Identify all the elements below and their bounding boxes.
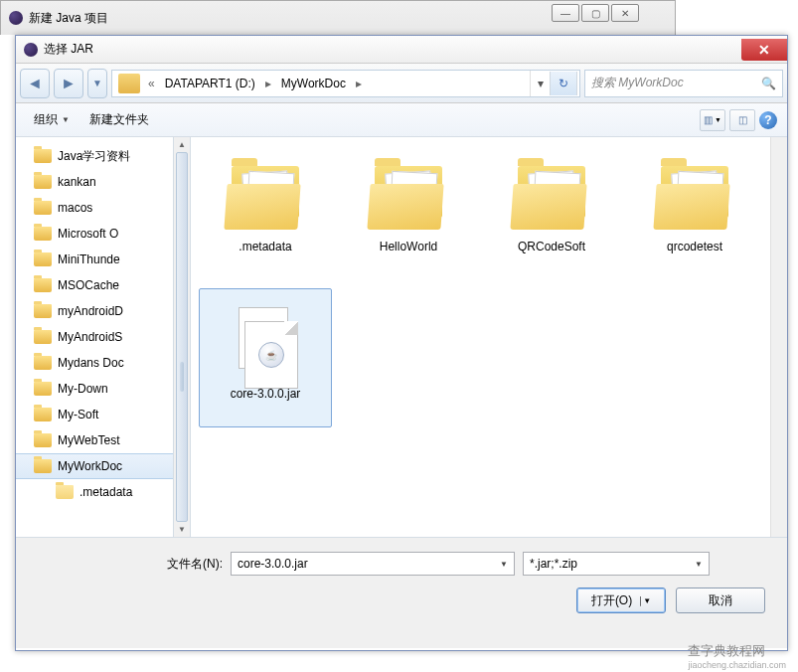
close-button[interactable]: ✕ xyxy=(741,39,787,61)
tree-item[interactable]: Java学习资料 xyxy=(16,143,190,169)
tree-item-label: My-Down xyxy=(58,382,108,396)
split-caret-icon: │▼ xyxy=(638,596,651,605)
folder-item[interactable]: qrcodetest xyxy=(628,149,761,288)
tree-item[interactable]: myAndroidD xyxy=(16,298,190,324)
tree-item[interactable]: MyAndroidS xyxy=(16,324,190,350)
chevron-right-icon: ▸ xyxy=(261,77,275,90)
cancel-label: 取消 xyxy=(709,592,732,609)
tree-item-label: .metadata xyxy=(80,485,132,499)
folder-icon xyxy=(34,356,52,370)
view-icon: ▥ xyxy=(704,114,713,125)
close-icon: ✕ xyxy=(758,43,770,57)
item-label: QRCodeSoft xyxy=(514,238,589,255)
navigation-bar: ◄ ► ▼ « DATAPART1 (D:) ▸ MyWorkDoc ▸ ▾ ↻… xyxy=(16,64,787,103)
folder-icon xyxy=(34,304,52,318)
chevron-right-icon: « xyxy=(144,77,159,90)
search-icon: 🔍 xyxy=(761,77,776,90)
tree-item[interactable]: My-Soft xyxy=(16,402,190,427)
search-placeholder: 搜索 MyWorkDoc xyxy=(591,75,684,91)
item-label: HelloWorld xyxy=(376,238,441,255)
preview-pane-button[interactable]: ◫ xyxy=(729,109,755,131)
help-button[interactable]: ? xyxy=(759,111,777,129)
eclipse-icon xyxy=(9,11,23,25)
history-dropdown[interactable]: ▼ xyxy=(87,69,107,98)
scrollbar[interactable]: ▲▼ xyxy=(173,137,190,537)
tree-item[interactable]: kankan xyxy=(16,169,190,195)
folder-icon xyxy=(34,227,52,241)
scrollbar[interactable] xyxy=(770,137,787,537)
tree-item[interactable]: MyWorkDoc xyxy=(16,453,190,479)
tree-item[interactable]: Mydans Doc xyxy=(16,350,190,376)
drive-icon xyxy=(118,74,140,93)
folder-icon xyxy=(34,252,52,266)
cancel-button[interactable]: 取消 xyxy=(676,588,765,613)
search-input[interactable]: 搜索 MyWorkDoc 🔍 xyxy=(584,70,783,97)
tree-item[interactable]: .metadata xyxy=(16,479,190,505)
open-button[interactable]: 打开(O) │▼ xyxy=(576,588,666,613)
dialog-bottom: 文件名(N): core-3.0.0.jar ▼ *.jar;*.zip ▼ 打… xyxy=(16,537,787,648)
breadcrumb-folder[interactable]: MyWorkDoc xyxy=(275,77,352,90)
parent-window-title: 新建 Java 项目 xyxy=(29,10,108,27)
folder-icon xyxy=(34,408,52,421)
eclipse-icon xyxy=(24,43,38,57)
organize-menu[interactable]: 组织 ▼ xyxy=(26,107,78,132)
view-options-button[interactable]: ▥ ▼ xyxy=(700,109,725,131)
tree-item-label: MSOCache xyxy=(58,278,119,292)
tree-item[interactable]: macos xyxy=(16,195,190,221)
folder-icon xyxy=(34,149,52,163)
chevron-down-icon: ▼ xyxy=(500,560,508,569)
path-dropdown[interactable]: ▾ xyxy=(530,71,550,96)
tree-item[interactable]: MiniThunde xyxy=(16,247,190,272)
tree-item[interactable]: My-Down xyxy=(16,376,190,402)
file-grid[interactable]: .metadataHelloWorldQRCodeSoftqrcodetest☕… xyxy=(191,137,787,537)
breadcrumb-drive[interactable]: DATAPART1 (D:) xyxy=(159,77,261,90)
organize-label: 组织 xyxy=(34,111,58,128)
folder-icon xyxy=(56,485,74,499)
forward-button[interactable]: ► xyxy=(54,69,83,98)
dialog-body: Java学习资料kankanmacosMicrosoft OMiniThunde… xyxy=(16,137,787,537)
maximize-button[interactable]: ▢ xyxy=(581,4,609,22)
folder-icon xyxy=(34,382,52,396)
toolbar: 组织 ▼ 新建文件夹 ▥ ▼ ◫ ? xyxy=(16,103,787,137)
tree-item-label: Java学习资料 xyxy=(58,148,130,165)
tree-item-label: MiniThunde xyxy=(58,252,120,266)
file-item[interactable]: ☕core-3.0.0.jar xyxy=(199,288,332,427)
folder-item[interactable]: QRCodeSoft xyxy=(485,149,618,288)
preview-icon: ◫ xyxy=(738,114,747,125)
tree-item[interactable]: MSOCache xyxy=(16,272,190,298)
filetype-select[interactable]: *.jar;*.zip ▼ xyxy=(523,552,710,576)
parent-window-controls: — ▢ ✕ xyxy=(552,4,639,22)
breadcrumb[interactable]: « DATAPART1 (D:) ▸ MyWorkDoc ▸ ▾ ↻ xyxy=(111,70,580,97)
minimize-button[interactable]: — xyxy=(552,4,579,22)
folder-icon xyxy=(34,330,52,344)
parent-close-button[interactable]: ✕ xyxy=(611,4,639,22)
item-label: qrcodetest xyxy=(663,238,726,255)
chevron-down-icon: ▼ xyxy=(695,560,703,569)
folder-icon xyxy=(34,459,52,473)
tree-item-label: Mydans Doc xyxy=(58,356,124,370)
tree-item[interactable]: Microsoft O xyxy=(16,221,190,247)
filename-input[interactable]: core-3.0.0.jar ▼ xyxy=(231,552,515,576)
folder-tree[interactable]: Java学习资料kankanmacosMicrosoft OMiniThunde… xyxy=(16,137,191,537)
tree-item[interactable]: MyWebTest xyxy=(16,427,190,453)
tree-item-label: MyAndroidS xyxy=(58,330,122,344)
dialog-titlebar[interactable]: 选择 JAR ✕ xyxy=(16,36,787,64)
refresh-button[interactable]: ↻ xyxy=(550,72,577,95)
item-label: .metadata xyxy=(235,238,295,255)
file-dialog: 选择 JAR ✕ ◄ ► ▼ « DATAPART1 (D:) ▸ MyWork… xyxy=(15,35,788,651)
tree-item-label: Microsoft O xyxy=(58,227,118,241)
folder-icon xyxy=(655,166,734,230)
chevron-right-icon: ▸ xyxy=(352,77,366,90)
tree-item-label: kankan xyxy=(58,175,96,189)
tree-item-label: myAndroidD xyxy=(58,304,123,318)
folder-item[interactable]: HelloWorld xyxy=(342,149,475,288)
dialog-title: 选择 JAR xyxy=(44,41,741,58)
folder-item[interactable]: .metadata xyxy=(199,149,332,288)
folder-icon xyxy=(34,278,52,292)
folder-icon xyxy=(226,166,305,230)
back-button[interactable]: ◄ xyxy=(20,69,50,98)
new-folder-button[interactable]: 新建文件夹 xyxy=(81,107,157,132)
filename-value: core-3.0.0.jar xyxy=(238,557,308,571)
tree-item-label: MyWorkDoc xyxy=(58,459,122,473)
jar-file-icon: ☕ xyxy=(231,301,300,381)
